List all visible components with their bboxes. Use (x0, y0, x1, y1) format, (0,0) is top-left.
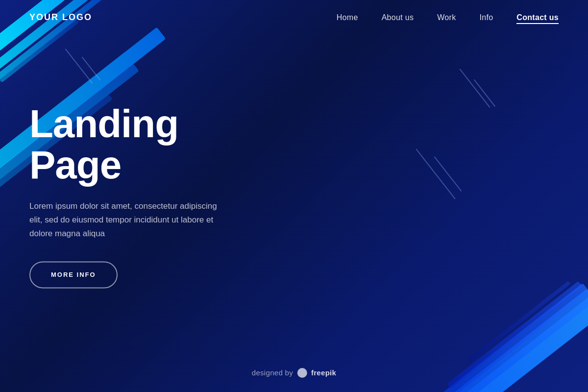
nav-link-home[interactable]: Home (337, 13, 358, 22)
nav-item-info[interactable]: Info (479, 13, 493, 22)
nav-item-about[interactable]: About us (382, 13, 414, 22)
nav-link-contact[interactable]: Contact us (516, 13, 559, 24)
logo: YOUR LOGO (29, 12, 92, 23)
thin-line-decoration (459, 69, 490, 108)
thin-line-decoration (474, 79, 496, 107)
nav-link-about[interactable]: About us (382, 13, 414, 22)
nav-item-contact[interactable]: Contact us (516, 13, 559, 22)
nav-links: Home About us Work Info Contact us (337, 13, 559, 22)
thin-line-decoration (434, 156, 462, 192)
hero-subtitle: Lorem ipsum dolor sit amet, consectetur … (29, 199, 230, 241)
thin-line-decoration (416, 148, 456, 199)
freepik-icon (297, 368, 307, 378)
nav-link-work[interactable]: Work (437, 13, 456, 22)
hero-content: Landing Page Lorem ipsum dolor sit amet,… (29, 103, 230, 288)
footer-attribution: designed by freepik (252, 368, 336, 378)
nav-link-info[interactable]: Info (479, 13, 493, 22)
more-info-button[interactable]: MORE INFO (29, 262, 118, 289)
nav-item-work[interactable]: Work (437, 13, 456, 22)
hero-title: Landing Page (29, 103, 230, 186)
thin-line-decoration (82, 57, 101, 81)
nav-item-home[interactable]: Home (337, 13, 358, 22)
navbar: YOUR LOGO Home About us Work Info Contac… (0, 0, 588, 35)
hero-section: YOUR LOGO Home About us Work Info Contac… (0, 0, 588, 392)
